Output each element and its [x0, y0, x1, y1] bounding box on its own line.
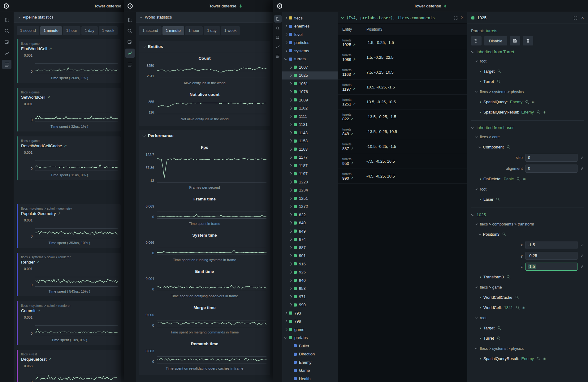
- tree-item[interactable]: 798: [282, 317, 338, 326]
- tree-item[interactable]: 1025: [282, 71, 338, 80]
- asterisk-icon[interactable]: ∗: [543, 110, 546, 114]
- panel-header[interactable]: Pipeline statistics: [14, 12, 124, 23]
- magnifier-icon[interactable]: [497, 69, 501, 73]
- system-name-link[interactable]: FindWorldCell: [21, 46, 47, 51]
- tree-item[interactable]: prefabs: [282, 334, 338, 342]
- component-row[interactable]: •Target: [471, 66, 584, 76]
- tree-item[interactable]: 990: [282, 301, 338, 309]
- chart-toolbar-button[interactable]: [125, 49, 135, 58]
- bars-toolbar-button[interactable]: [274, 52, 282, 60]
- tree-item[interactable]: systems: [282, 47, 338, 55]
- tree-item[interactable]: Bullet: [282, 342, 338, 350]
- component-row[interactable]: •Transform3: [471, 272, 584, 282]
- tree-item[interactable]: Direction: [282, 350, 338, 358]
- query-result-row[interactable]: turrets 1163 ↗ 7.5, -0.25, 10.5: [338, 65, 467, 80]
- external-link-icon[interactable]: ↗: [352, 87, 355, 91]
- system-name-link[interactable]: Render: [21, 260, 35, 264]
- magnifier-icon[interactable]: [515, 295, 519, 299]
- tree-item[interactable]: 1007: [282, 63, 338, 71]
- tree-item[interactable]: 940: [282, 276, 338, 285]
- component-row[interactable]: •Turret: [471, 76, 584, 87]
- external-link-icon[interactable]: ↗: [351, 117, 353, 121]
- expand-icon[interactable]: [573, 15, 578, 20]
- tree-item[interactable]: 822: [282, 211, 338, 219]
- tree-item[interactable]: 793: [282, 309, 338, 317]
- component-row[interactable]: •Target: [471, 323, 584, 333]
- external-link-icon[interactable]: ↗: [49, 47, 52, 51]
- component-row[interactable]: •Laser: [471, 194, 584, 204]
- magnifier-icon[interactable]: [497, 336, 501, 340]
- asterisk-icon[interactable]: ∗: [531, 100, 534, 104]
- field-input[interactable]: [525, 252, 577, 260]
- parent-link[interactable]: turrets: [486, 28, 497, 33]
- tree-item[interactable]: 1102: [282, 104, 338, 113]
- tree-item[interactable]: 916: [282, 260, 338, 268]
- tree-item[interactable]: 1153: [282, 137, 338, 145]
- magnifier-icon[interactable]: [537, 110, 541, 114]
- search-toolbar-button[interactable]: [2, 26, 11, 36]
- delete-button[interactable]: [523, 36, 533, 45]
- external-link-icon[interactable]: ↗: [351, 132, 353, 136]
- external-link-icon[interactable]: ↗: [351, 147, 353, 151]
- tree-item[interactable]: 953: [282, 285, 338, 293]
- field-input[interactable]: [525, 165, 577, 173]
- system-name-link[interactable]: DequeueRest: [21, 357, 47, 362]
- tree-item[interactable]: 1089: [282, 96, 338, 104]
- query-result-row[interactable]: turrets 822 ↗ -13.5, -0.25, -1.5: [338, 109, 467, 124]
- magnifier-icon[interactable]: [516, 306, 520, 310]
- time-range-tab[interactable]: 1 week: [221, 26, 240, 35]
- field-input[interactable]: [525, 154, 577, 162]
- external-link-icon[interactable]: ↗: [352, 72, 355, 76]
- section-header[interactable]: inherited from Turret: [471, 49, 584, 54]
- tree-item[interactable]: 874: [282, 235, 338, 244]
- component-row[interactable]: •SpatialQueryResult:Enemy∗: [471, 107, 584, 117]
- asterisk-icon[interactable]: ∗: [522, 305, 525, 310]
- external-link-icon[interactable]: ↗: [58, 212, 61, 216]
- query-input[interactable]: (IsA, prefabs.Laser), flecs.components: [346, 15, 451, 20]
- time-range-tab[interactable]: 1 hour: [185, 26, 203, 35]
- tree-item[interactable]: particles: [282, 39, 338, 47]
- panel-header[interactable]: World statistics: [136, 12, 273, 23]
- tree-item[interactable]: 1131: [282, 121, 338, 129]
- tree-item[interactable]: 887: [282, 243, 338, 252]
- system-name-link[interactable]: ResetWorldCellCache: [21, 144, 62, 148]
- tree-item[interactable]: 925: [282, 268, 338, 277]
- pick-toolbar-button[interactable]: [274, 34, 282, 41]
- tree-item[interactable]: flecs: [282, 14, 338, 22]
- query-result-row[interactable]: turrets 1251 ↗ 13.5, -0.25, 10.5: [338, 95, 467, 109]
- tree-item[interactable]: level: [282, 30, 338, 39]
- tree-item[interactable]: 1234: [282, 186, 338, 195]
- external-link-icon[interactable]: ↗: [353, 58, 356, 62]
- tree-item[interactable]: 1163: [282, 145, 338, 153]
- asterisk-icon[interactable]: ∗: [523, 177, 526, 181]
- save-button[interactable]: [510, 36, 520, 45]
- external-link-icon[interactable]: ↗: [37, 309, 40, 313]
- outliner-toolbar-button[interactable]: [2, 15, 11, 24]
- magnifier-icon[interactable]: [525, 100, 529, 104]
- query-result-row[interactable]: turrets 887 ↗ -10.5, -0.25, -1.5: [338, 139, 467, 154]
- query-result-row[interactable]: turrets 953 ↗ -7.5, -0.25, 16.5: [338, 154, 467, 169]
- pick-toolbar-button[interactable]: [125, 37, 135, 47]
- external-link-icon[interactable]: ↗: [351, 176, 353, 180]
- external-link-icon[interactable]: ↗: [353, 102, 356, 106]
- external-link-icon[interactable]: ↗: [37, 260, 39, 264]
- component-group-header[interactable]: flecs > core: [471, 132, 584, 142]
- pick-toolbar-button[interactable]: [2, 37, 11, 47]
- external-link-icon[interactable]: ↗: [49, 357, 51, 361]
- time-range-tab[interactable]: 1 minute: [162, 26, 184, 35]
- tree-item[interactable]: 1076: [282, 88, 338, 96]
- component-row-expanded[interactable]: Component: [471, 142, 584, 152]
- time-range-tab[interactable]: 1 day: [204, 26, 220, 35]
- tree-item[interactable]: 849: [282, 227, 338, 235]
- tree-item[interactable]: 971: [282, 293, 338, 301]
- component-row-expanded[interactable]: Position3: [471, 229, 584, 239]
- close-icon[interactable]: ×: [461, 15, 464, 20]
- section-header[interactable]: 1025: [471, 212, 584, 217]
- tree-item[interactable]: turrets: [282, 55, 338, 63]
- time-range-tab[interactable]: 1 second: [17, 26, 39, 35]
- time-range-tab[interactable]: 1 minute: [40, 26, 62, 35]
- close-icon[interactable]: ×: [581, 15, 584, 20]
- field-input[interactable]: [525, 263, 577, 271]
- query-result-row[interactable]: turrets 1025 ↗ -1.5, -0.25, -1.5: [338, 35, 467, 50]
- tree-item[interactable]: game: [282, 325, 338, 334]
